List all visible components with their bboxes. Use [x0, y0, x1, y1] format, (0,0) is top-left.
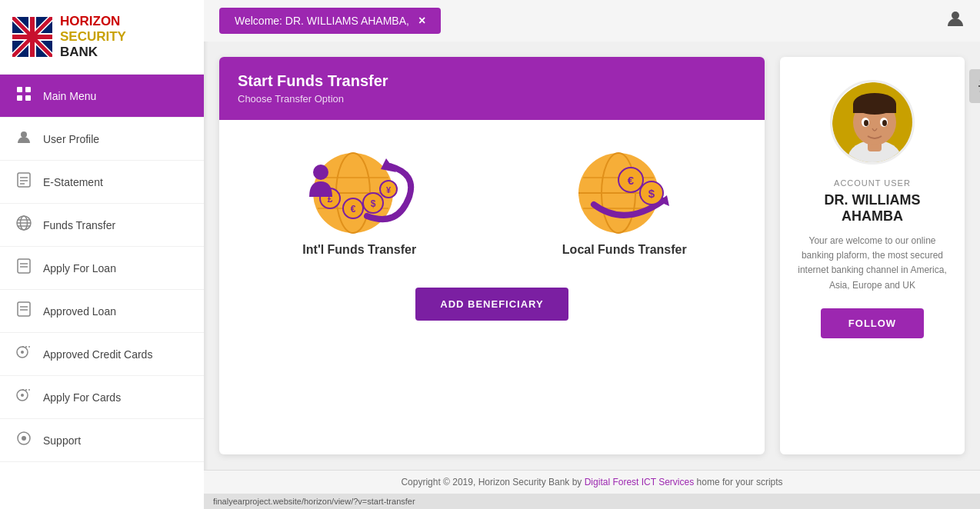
svg-text:$: $ [648, 187, 655, 200]
profile-avatar [830, 80, 915, 165]
sidebar-item-e-statement[interactable]: E-Statement [0, 161, 204, 204]
svg-point-38 [952, 12, 959, 19]
transfer-section: Start Funds Transfer Choose Transfer Opt… [219, 57, 765, 454]
profile-card: ACCOUNT USER DR. WILLIAMS AHAMBA Your ar… [780, 57, 965, 454]
user-account-icon[interactable] [946, 9, 965, 32]
svg-point-74 [882, 120, 887, 126]
sidebar-item-label: Apply For Cards [43, 391, 121, 404]
svg-point-37 [22, 436, 26, 441]
svg-text:€: € [628, 174, 635, 187]
loan-icon [15, 258, 32, 278]
sidebar-nav: Main Menu User Profile [0, 75, 204, 509]
add-beneficiary-section: ADD BENEFICIARY [219, 280, 765, 344]
intl-transfer-option[interactable]: £ € $ ¥ Int'l Funds Transfer [235, 143, 485, 257]
svg-text:¥: ¥ [386, 185, 392, 195]
sidebar-item-main-menu[interactable]: Main Menu [0, 75, 204, 118]
intl-transfer-image: £ € $ ¥ [298, 143, 421, 243]
person-icon [15, 129, 32, 148]
sidebar-item-approved-loan[interactable]: Approved Loan [0, 290, 204, 333]
svg-rect-27 [18, 302, 30, 316]
welcome-banner: Welcome: DR. WILLIAMS AHAMBA, × [219, 8, 441, 34]
svg-point-73 [864, 120, 868, 126]
profile-role: ACCOUNT USER [834, 178, 911, 188]
sidebar-item-label: User Profile [43, 133, 99, 145]
svg-rect-13 [25, 95, 31, 101]
main-content: Welcome: DR. WILLIAMS AHAMBA, × Start Fu… [204, 0, 980, 509]
sidebar-item-approved-credit-cards[interactable]: Approved Credit Cards [0, 333, 204, 376]
svg-text:€: € [351, 204, 356, 215]
svg-text:$: $ [371, 198, 376, 209]
svg-rect-15 [18, 173, 30, 187]
svg-rect-70 [853, 104, 896, 113]
local-transfer-image: € $ [563, 143, 686, 243]
content-area: Start Funds Transfer Choose Transfer Opt… [204, 42, 980, 470]
sidebar: HORIZON SECURITY BANK Main Menu [0, 0, 204, 509]
svg-point-53 [313, 165, 328, 180]
svg-rect-10 [17, 87, 22, 92]
transfer-options: £ € $ ¥ Int'l Funds Transfer [219, 120, 765, 280]
sidebar-item-funds-transfer[interactable]: Funds Transfer [0, 204, 204, 247]
sidebar-item-label: Approved Credit Cards [43, 348, 152, 361]
footer: Copyright © 2019, Horizon Security Bank … [204, 470, 980, 494]
bank-logo-flag [12, 17, 52, 57]
sidebar-item-label: Apply For Loan [43, 262, 116, 274]
sidebar-item-label: Support [43, 434, 81, 447]
close-banner-button[interactable]: × [418, 14, 425, 28]
svg-point-32 [21, 351, 24, 354]
settings-gear-button[interactable] [969, 69, 980, 103]
local-transfer-label: Local Funds Transfer [562, 243, 687, 257]
sidebar-item-support[interactable]: Support [0, 419, 204, 462]
sidebar-item-label: Main Menu [43, 90, 96, 102]
add-beneficiary-button[interactable]: ADD BENEFICIARY [415, 288, 568, 321]
bank-name: HORIZON SECURITY BANK [60, 14, 126, 60]
credit-card-icon [15, 344, 32, 364]
sidebar-item-label: Approved Loan [43, 305, 116, 318]
footer-text: Copyright © 2019, Horizon Security Bank … [401, 477, 782, 487]
intl-transfer-label: Int'l Funds Transfer [302, 243, 416, 257]
transfer-title: Start Funds Transfer [238, 72, 746, 90]
approved-loan-icon [15, 301, 32, 321]
topbar: Welcome: DR. WILLIAMS AHAMBA, × [204, 0, 980, 42]
transfer-header: Start Funds Transfer Choose Transfer Opt… [219, 57, 765, 120]
apply-cards-icon [15, 388, 32, 407]
profile-description: Your are welcome to our online banking p… [795, 234, 949, 293]
sidebar-item-apply-for-loan[interactable]: Apply For Loan [0, 247, 204, 290]
sidebar-item-label: E-Statement [43, 176, 103, 188]
support-icon [15, 431, 32, 450]
sidebar-logo: HORIZON SECURITY BANK [0, 0, 204, 75]
follow-button[interactable]: FOLLOW [821, 308, 924, 338]
footer-link[interactable]: Digital Forest ICT Services [585, 477, 694, 487]
globe-icon [15, 215, 32, 235]
transfer-subtitle: Choose Transfer Option [238, 93, 746, 105]
svg-rect-12 [17, 95, 22, 101]
svg-point-35 [21, 394, 24, 397]
profile-name: DR. WILLIAMS AHAMBA [795, 192, 949, 225]
grid-icon [15, 86, 32, 105]
document-icon [15, 172, 32, 191]
sidebar-item-label: Funds Transfer [43, 219, 115, 231]
svg-point-14 [21, 131, 27, 138]
svg-rect-24 [18, 259, 30, 273]
url-bar: finalyearproject.website/horizon/view/?v… [204, 494, 980, 509]
sidebar-item-apply-for-cards[interactable]: Apply For Cards [0, 376, 204, 419]
welcome-text: Welcome: DR. WILLIAMS AHAMBA, [235, 15, 409, 27]
local-transfer-option[interactable]: € $ Local Funds Transfer [500, 143, 750, 257]
svg-rect-11 [25, 87, 31, 92]
sidebar-item-user-profile[interactable]: User Profile [0, 118, 204, 161]
